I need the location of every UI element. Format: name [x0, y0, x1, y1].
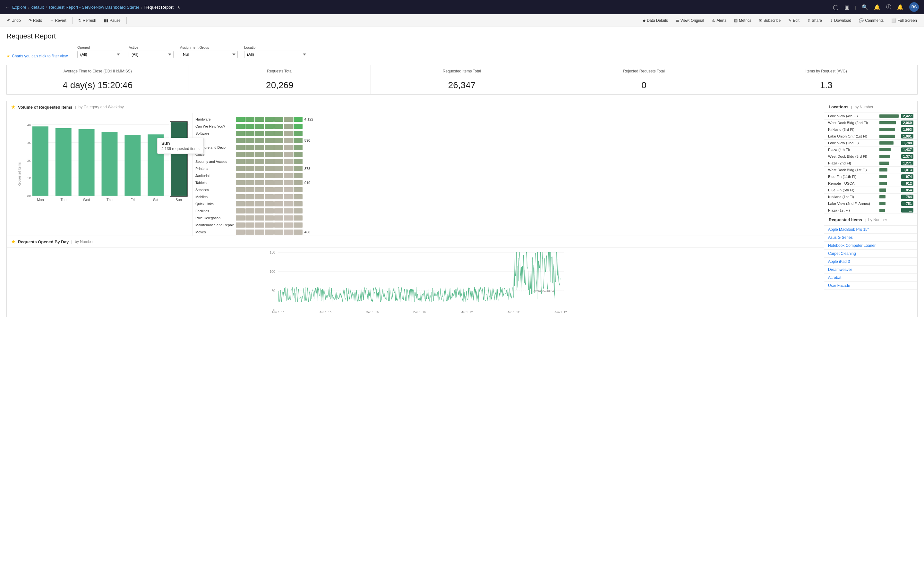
heatmap-cell[interactable] — [294, 138, 302, 143]
download-button[interactable]: ⇓ Download — [827, 17, 855, 24]
back-icon[interactable]: ← — [5, 4, 10, 10]
heatmap-cell[interactable] — [255, 180, 264, 185]
heatmap-cell[interactable] — [236, 117, 245, 122]
heatmap-cell[interactable] — [284, 222, 293, 227]
heatmap-cell[interactable] — [246, 229, 254, 235]
heatmap-cell[interactable] — [255, 166, 264, 171]
heatmap-cell[interactable] — [294, 124, 302, 129]
heatmap-cell[interactable] — [255, 138, 264, 143]
search-icon[interactable]: 🔍 — [862, 4, 868, 10]
heatmap-cell[interactable] — [284, 131, 293, 136]
heatmap-cell[interactable] — [294, 187, 302, 192]
heatmap-cell[interactable] — [274, 159, 283, 164]
alerts-button[interactable]: ⚠ Alerts — [708, 17, 730, 24]
heatmap-cell[interactable] — [284, 152, 293, 157]
redo-button[interactable]: ↷ Redo — [25, 17, 45, 24]
heatmap-cell[interactable] — [236, 173, 245, 178]
breadcrumb-dashboard[interactable]: Request Report - ServiceNow Dashboard St… — [49, 5, 139, 10]
share-button[interactable]: ⇧ Share — [804, 17, 825, 24]
bar-Wed[interactable] — [79, 129, 95, 196]
heatmap-cell[interactable] — [255, 124, 264, 129]
heatmap-row[interactable]: 468 — [236, 229, 821, 235]
heatmap-cell[interactable] — [284, 145, 293, 150]
heatmap-cell[interactable] — [284, 215, 293, 221]
location-row[interactable]: Blue Fin (5th Fl) 854 — [824, 187, 917, 193]
heatmap-cell[interactable] — [246, 180, 254, 185]
heatmap-cell[interactable] — [294, 208, 302, 213]
heatmap-cell[interactable] — [255, 131, 264, 136]
heatmap-cell[interactable] — [246, 145, 254, 150]
bar-Sun[interactable] — [171, 122, 187, 196]
heatmap-cell[interactable] — [246, 194, 254, 199]
undo-button[interactable]: ↶ Undo — [4, 17, 24, 24]
refresh-button[interactable]: ↻ Refresh — [75, 17, 99, 24]
bar-Fri[interactable] — [124, 135, 141, 196]
heatmap-row[interactable] — [236, 200, 821, 207]
heatmap-cell[interactable] — [236, 138, 245, 143]
heatmap-cell[interactable] — [294, 201, 302, 206]
heatmap-cell[interactable] — [265, 201, 274, 206]
metrics-button[interactable]: ▤ Metrics — [731, 17, 754, 24]
heatmap-cell[interactable] — [236, 229, 245, 235]
heatmap-cell[interactable] — [255, 194, 264, 199]
heatmap-cell[interactable] — [236, 187, 245, 192]
heatmap-cell[interactable] — [246, 222, 254, 227]
heatmap-cell[interactable] — [265, 208, 274, 213]
heatmap-cell[interactable] — [246, 131, 254, 136]
heatmap-cell[interactable] — [284, 187, 293, 192]
heatmap-cell[interactable] — [246, 173, 254, 178]
bar-Thu[interactable] — [102, 132, 118, 196]
heatmap-cell[interactable] — [255, 208, 264, 213]
heatmap-row[interactable] — [236, 158, 821, 165]
heatmap-row[interactable] — [236, 193, 821, 200]
heatmap-cell[interactable] — [246, 215, 254, 221]
heatmap-cell[interactable] — [265, 152, 274, 157]
heatmap-row[interactable] — [236, 214, 821, 221]
heatmap-row[interactable] — [236, 207, 821, 214]
opened-select[interactable]: (All) — [78, 51, 122, 58]
heatmap-row[interactable]: 878 — [236, 165, 821, 172]
kpi-cell-2[interactable]: Requested Items Total 26,347 — [371, 65, 553, 94]
heatmap-cell[interactable] — [274, 222, 283, 227]
req-item-row[interactable]: User Facade — [824, 282, 917, 290]
heatmap-cell[interactable] — [236, 131, 245, 136]
heatmap-cell[interactable] — [255, 173, 264, 178]
heatmap-cell[interactable] — [294, 145, 302, 150]
bar-Sat[interactable] — [148, 134, 164, 195]
duplicate-icon[interactable]: ▣ — [845, 4, 849, 10]
heatmap-cell[interactable] — [246, 124, 254, 129]
heatmap-cell[interactable] — [284, 124, 293, 129]
heatmap-cell[interactable] — [294, 131, 302, 136]
heatmap-cell[interactable] — [265, 215, 274, 221]
heatmap-cell[interactable] — [255, 159, 264, 164]
comments-button[interactable]: 💬 Comments — [856, 17, 887, 24]
heatmap-cell[interactable] — [294, 222, 302, 227]
active-select[interactable]: (All) — [129, 51, 174, 58]
heatmap-cell[interactable] — [236, 194, 245, 199]
heatmap-cell[interactable] — [274, 117, 283, 122]
heatmap-cell[interactable] — [274, 138, 283, 143]
heatmap-cell[interactable] — [246, 152, 254, 157]
heatmap-cell[interactable] — [294, 117, 302, 122]
heatmap-cell[interactable] — [255, 229, 264, 235]
heatmap-cell[interactable] — [274, 166, 283, 171]
assignment-group-select[interactable]: Null — [180, 51, 238, 58]
heatmap-cell[interactable] — [274, 208, 283, 213]
req-item-row[interactable]: Apple MacBook Pro 15" — [824, 226, 917, 234]
subscribe-button[interactable]: ✉ Subscribe — [756, 17, 784, 24]
heatmap-cell[interactable] — [236, 215, 245, 221]
heatmap-cell[interactable] — [255, 187, 264, 192]
heatmap-cell[interactable] — [236, 208, 245, 213]
heatmap-cell[interactable] — [265, 117, 274, 122]
heatmap-cell[interactable] — [284, 159, 293, 164]
heatmap-cell[interactable] — [255, 145, 264, 150]
heatmap-cell[interactable] — [265, 229, 274, 235]
location-row[interactable]: Lake View (2nd Fl) 1,788 — [824, 140, 917, 147]
req-item-row[interactable]: Dreamweaver — [824, 266, 917, 274]
heatmap-cell[interactable] — [294, 173, 302, 178]
location-row[interactable]: West Dock Bldg (3rd Fl) 1,374 — [824, 153, 917, 160]
heatmap-cell[interactable] — [246, 117, 254, 122]
heatmap-row[interactable] — [236, 186, 821, 193]
bell-icon[interactable]: 🔔 — [897, 4, 903, 10]
req-item-link[interactable]: Apple MacBook Pro 15" — [828, 227, 869, 232]
